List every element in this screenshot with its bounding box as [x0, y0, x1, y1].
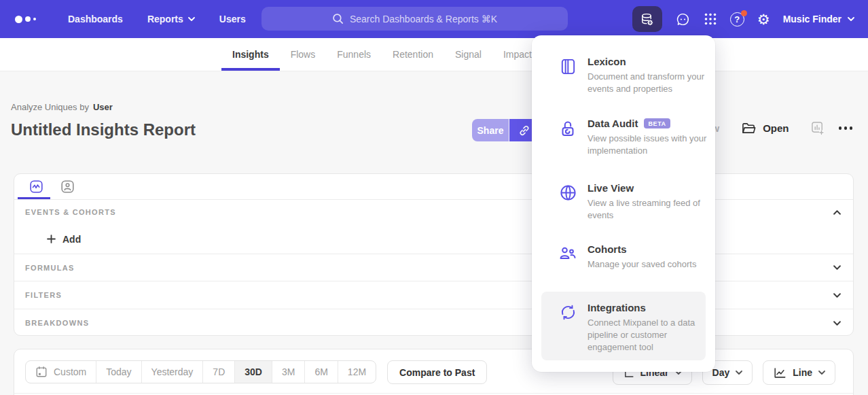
- chevron-down-icon: [833, 265, 841, 270]
- menu-item-data-audit[interactable]: Data Audit BETA View possible issues wit…: [532, 118, 715, 156]
- tab-insights[interactable]: Insights: [221, 38, 280, 71]
- chart-type-dropdown[interactable]: Line: [763, 360, 835, 385]
- globe-icon: [559, 184, 577, 202]
- plus-icon: [47, 235, 56, 243]
- menu-item-description: Manage your saved cohorts: [587, 259, 696, 269]
- expand-section-button[interactable]: [833, 321, 841, 326]
- link-icon: [518, 124, 531, 137]
- analyze-uniques-line: Analyze Uniques byUser: [11, 102, 113, 112]
- primary-nav: Dashboards Reports Users: [68, 14, 246, 24]
- nav-item-users[interactable]: Users: [219, 14, 246, 24]
- menu-item-title: Integrations: [587, 302, 646, 313]
- nav-item-reports-label: Reports: [147, 14, 183, 24]
- range-30d[interactable]: 30D: [235, 361, 272, 383]
- menu-item-description: Connect Mixpanel to a data pipeline or c…: [587, 317, 695, 352]
- menu-item-title: Data Audit: [587, 118, 638, 129]
- range-3m[interactable]: 3M: [272, 361, 305, 383]
- grid-dots-icon: [704, 12, 717, 26]
- range-custom[interactable]: Custom: [26, 361, 96, 383]
- analyze-entity-selector[interactable]: User: [93, 102, 113, 112]
- range-custom-label: Custom: [54, 366, 86, 377]
- share-button[interactable]: Share: [472, 119, 509, 141]
- sync-arrows-icon: [559, 303, 577, 322]
- filters-section-header[interactable]: FILTERS: [14, 281, 853, 309]
- folder-icon: [741, 121, 757, 135]
- calendar-icon: [35, 366, 48, 378]
- collapse-section-button[interactable]: [833, 210, 841, 215]
- menu-item-description: Document and transform your events and p…: [587, 71, 704, 94]
- logo-dot: [25, 16, 31, 22]
- tab-profiles[interactable]: [52, 174, 83, 199]
- settings-button[interactable]: ⚙: [757, 12, 770, 27]
- project-switcher[interactable]: Music Finder: [783, 14, 854, 24]
- analyze-label: Analyze Uniques by: [11, 102, 89, 112]
- more-options-button[interactable]: [839, 126, 853, 130]
- interval-label: Day: [712, 367, 730, 378]
- expand-section-button[interactable]: [833, 293, 841, 298]
- add-event-button[interactable]: Add: [47, 234, 81, 245]
- tab-retention[interactable]: Retention: [382, 38, 444, 71]
- builder-tabbar: [14, 174, 853, 200]
- feedback-button[interactable]: [675, 12, 691, 27]
- lexicon-book-icon: [559, 57, 577, 76]
- range-yesterday[interactable]: Yesterday: [142, 361, 204, 383]
- chevron-down-icon: [818, 371, 825, 375]
- breakdowns-label: BREAKDOWNS: [25, 319, 89, 327]
- range-today[interactable]: Today: [96, 361, 141, 383]
- search-icon: [332, 13, 344, 24]
- page-title: Untitled Insights Report: [11, 120, 196, 139]
- mixpanel-logo[interactable]: [15, 16, 46, 23]
- chart-type-label: Line: [793, 367, 812, 378]
- range-12m[interactable]: 12M: [338, 361, 376, 383]
- open-report-button[interactable]: Open: [741, 121, 789, 135]
- chevron-down-icon: [833, 293, 841, 298]
- chevron-down-icon: [736, 371, 742, 375]
- menu-item-title: Cohorts: [587, 243, 627, 255]
- menu-item-lexicon[interactable]: Lexicon Document and transform your even…: [532, 56, 715, 95]
- add-event-row: Add: [14, 224, 853, 254]
- menu-item-cohorts[interactable]: Cohorts Manage your saved cohorts: [532, 243, 715, 270]
- range-7d[interactable]: 7D: [203, 361, 235, 383]
- tab-flows[interactable]: Flows: [280, 38, 327, 71]
- menu-item-live-view[interactable]: Live View View a live streaming feed of …: [532, 182, 715, 221]
- formulas-section-header[interactable]: FORMULAS: [14, 254, 853, 281]
- add-to-dashboard-button[interactable]: [811, 121, 825, 135]
- data-management-button[interactable]: [632, 6, 662, 32]
- chevron-down-icon: [833, 321, 841, 326]
- query-builder-card: EVENTS & COHORTS Add FORMULAS FILTERS BR…: [14, 173, 854, 336]
- open-label: Open: [763, 122, 789, 134]
- activity-chart-icon: [29, 179, 43, 194]
- divider: [14, 393, 853, 394]
- line-chart-icon: [773, 366, 786, 379]
- ellipsis-icon: [839, 126, 842, 130]
- menu-item-description: View possible issues with your implement…: [587, 133, 706, 156]
- menu-item-title: Lexicon: [587, 56, 626, 67]
- tab-funnels[interactable]: Funnels: [326, 38, 382, 71]
- project-name: Music Finder: [783, 14, 842, 24]
- add-label: Add: [62, 234, 81, 245]
- help-button[interactable]: ?: [730, 12, 744, 27]
- breakdowns-section-header[interactable]: BREAKDOWNS: [14, 309, 853, 336]
- range-6m[interactable]: 6M: [305, 361, 338, 383]
- menu-item-description: View a live streaming feed of events: [587, 198, 700, 220]
- lock-icon: [559, 119, 577, 138]
- menu-item-title: Live View: [587, 182, 634, 194]
- apps-grid-button[interactable]: [704, 12, 717, 26]
- menu-item-integrations[interactable]: Integrations Connect Mixpanel to a data …: [541, 292, 706, 360]
- report-tabbar: Insights Flows Funnels Retention Signal …: [0, 38, 868, 71]
- share-group: Share: [472, 119, 539, 141]
- database-gear-icon: [639, 12, 655, 27]
- search-input[interactable]: Search Dashboards & Reports ⌘K: [261, 7, 568, 31]
- expand-section-button[interactable]: [833, 265, 841, 270]
- tab-signal[interactable]: Signal: [444, 38, 492, 71]
- nav-item-reports[interactable]: Reports: [147, 14, 195, 24]
- compare-to-past-button[interactable]: Compare to Past: [387, 360, 487, 384]
- events-cohorts-section-header[interactable]: EVENTS & COHORTS: [14, 200, 853, 224]
- top-navbar: Dashboards Reports Users Search Dashboar…: [0, 0, 868, 38]
- search-placeholder: Search Dashboards & Reports ⌘K: [350, 14, 497, 24]
- nav-item-dashboards[interactable]: Dashboards: [68, 14, 123, 24]
- events-cohorts-label: EVENTS & COHORTS: [25, 208, 116, 216]
- tab-metrics[interactable]: [20, 174, 52, 199]
- chart-toolbar-card: Custom Today Yesterday 7D 30D 3M 6M 12M …: [14, 349, 854, 395]
- logo-dot: [15, 16, 22, 23]
